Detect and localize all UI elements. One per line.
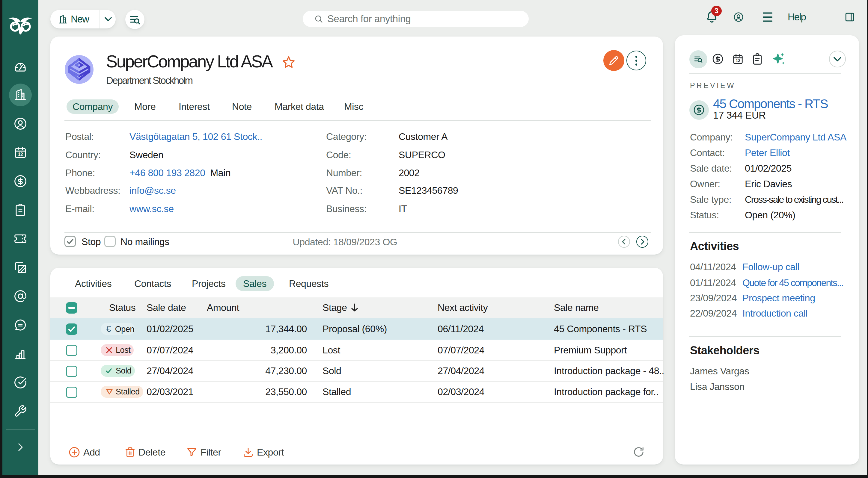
svg-text:12: 12 <box>736 58 740 63</box>
svg-text:12: 12 <box>18 152 23 157</box>
